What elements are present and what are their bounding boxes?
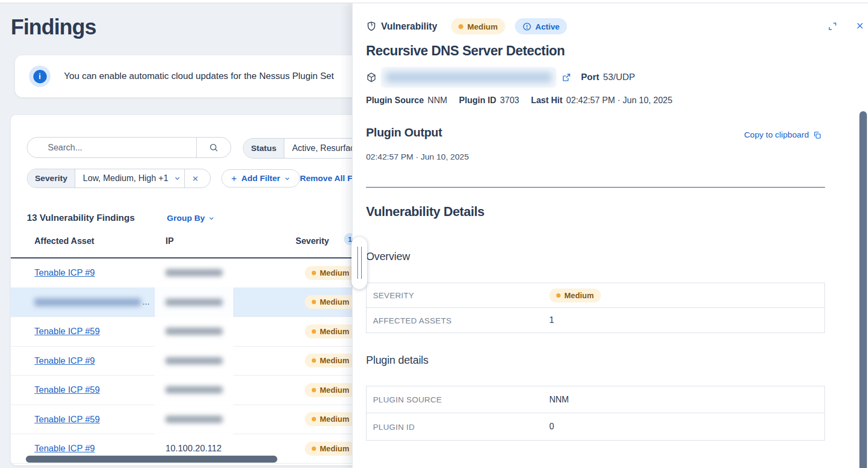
- severity-pill: Medium: [305, 354, 356, 368]
- asset-link[interactable]: Tenable ICP #59: [34, 385, 100, 395]
- panel-resize-handle[interactable]: [351, 237, 367, 289]
- port-label: Port: [581, 72, 599, 83]
- shield-icon: [366, 21, 377, 32]
- status-filter-label: Status: [243, 139, 284, 158]
- column-affected-asset[interactable]: Affected Asset: [34, 236, 94, 246]
- detail-value: 1: [549, 315, 554, 325]
- chevron-down-icon: [208, 215, 215, 222]
- external-link-icon[interactable]: [562, 73, 571, 82]
- vulnerability-details-heading: Vulnerability Details: [366, 204, 484, 219]
- redacted-asset-text: [34, 298, 141, 306]
- remove-severity-filter-icon[interactable]: [185, 175, 206, 182]
- asset-link[interactable]: Tenable ICP #59: [34, 414, 100, 424]
- chevron-down-icon: [284, 175, 291, 182]
- asset-link[interactable]: Tenable ICP #9: [34, 268, 95, 278]
- asset-cell: Tenable ICP #59: [34, 376, 100, 405]
- copy-to-clipboard-button[interactable]: Copy to clipboard: [744, 130, 822, 140]
- ip-cell: [166, 376, 223, 405]
- port-value: 53/UDP: [603, 72, 635, 83]
- detail-value: NNM: [549, 395, 569, 405]
- add-filter-button[interactable]: Add Filter: [221, 169, 300, 188]
- copy-icon: [813, 131, 822, 140]
- expand-panel-icon[interactable]: [828, 21, 838, 32]
- banner-text: You can enable automatic cloud updates f…: [64, 71, 334, 82]
- overview-table: SEVERITYMediumAFFECTED ASSETS1: [366, 283, 825, 333]
- ip-cell: [166, 347, 223, 376]
- detail-value: 0: [549, 422, 554, 431]
- severity-cell: Medium: [305, 258, 356, 287]
- detail-panel: Vulnerability Medium Active Recursive DN…: [352, 3, 868, 468]
- plugin-id-value: 3703: [500, 96, 519, 105]
- redacted-ip-text: [166, 328, 223, 335]
- ip-cell: [166, 317, 223, 346]
- detail-label: PLUGIN ID: [367, 422, 549, 431]
- findings-count: 13 Vulnerability Findings: [27, 213, 135, 224]
- severity-filter[interactable]: Severity Low, Medium, High +1: [27, 169, 211, 188]
- info-icon: [29, 66, 51, 87]
- ip-cell: [166, 258, 223, 287]
- plus-icon: [231, 175, 238, 182]
- severity-cell: Medium: [305, 347, 356, 376]
- ip-cell: 10.100.20.112: [166, 434, 221, 463]
- asset-link[interactable]: Tenable ICP #9: [34, 443, 95, 453]
- search-input[interactable]: [27, 138, 196, 157]
- column-severity[interactable]: Severity: [296, 236, 329, 246]
- detail-label: PLUGIN SOURCE: [367, 395, 549, 404]
- severity-pill: Medium: [305, 295, 356, 309]
- asset-link[interactable]: Tenable ICP #9: [34, 356, 95, 366]
- detail-row: AFFECTED ASSETS1: [367, 308, 824, 333]
- finding-type-label: Vulnerability: [381, 21, 437, 32]
- redacted-ip-text: [166, 357, 223, 364]
- status-badge: Active: [515, 18, 567, 34]
- page-title: Findings: [11, 15, 96, 39]
- top-strip: [0, 0, 868, 3]
- redacted-ip-text: [166, 299, 223, 306]
- asset-cell: Tenable ICP #9: [34, 347, 95, 376]
- redacted-ip-text: [166, 269, 223, 276]
- plugin-output-heading: Plugin Output: [366, 126, 442, 140]
- group-by-button[interactable]: Group By: [167, 213, 216, 223]
- detail-row: PLUGIN ID0: [367, 413, 824, 440]
- severity-cell: Medium: [305, 434, 356, 463]
- search-icon[interactable]: [196, 138, 231, 157]
- asset-cell: ...: [34, 288, 149, 317]
- asset-cell: Tenable ICP #59: [34, 405, 100, 434]
- asset-cube-icon: [366, 72, 377, 83]
- ip-cell: [166, 405, 223, 434]
- close-panel-icon[interactable]: [856, 21, 866, 32]
- remove-all-filters-link[interactable]: Remove All Filt: [300, 174, 360, 183]
- severity-pill: Medium: [305, 266, 356, 280]
- alert-circle-icon: [522, 22, 532, 31]
- column-ip[interactable]: IP: [166, 236, 174, 246]
- finding-title: Recursive DNS Server Detection: [366, 43, 565, 59]
- redacted-asset-name[interactable]: [381, 67, 556, 88]
- ip-cell: [166, 288, 223, 317]
- plugin-source-value: NNM: [428, 96, 447, 105]
- severity-filter-label: Severity: [27, 169, 75, 188]
- chevron-down-icon[interactable]: [174, 175, 181, 182]
- asset-link[interactable]: Tenable ICP #59: [34, 326, 100, 336]
- last-hit-value: 02:42:57 PM · Jun 10, 2025: [566, 96, 672, 105]
- severity-filter-value: Low, Medium, High +1: [75, 174, 174, 183]
- plugin-output-timestamp: 02:42:57 PM · Jun 10, 2025: [366, 152, 469, 162]
- severity-cell: Medium: [305, 376, 356, 405]
- severity-pill: Medium: [549, 289, 601, 303]
- severity-badge: Medium: [451, 18, 505, 34]
- redacted-ip-text: [166, 416, 223, 423]
- asset-cell: Tenable ICP #59: [34, 317, 100, 346]
- detail-label: SEVERITY: [367, 291, 549, 300]
- vertical-scrollbar[interactable]: [859, 111, 867, 468]
- detail-row: PLUGIN SOURCENNM: [367, 386, 824, 413]
- asset-cell: Tenable ICP #9: [34, 258, 95, 287]
- severity-cell: Medium: [305, 317, 356, 346]
- severity-pill: Medium: [305, 383, 356, 397]
- severity-cell: Medium: [305, 288, 356, 317]
- search-box: [27, 137, 231, 158]
- plugin-details-heading: Plugin details: [366, 354, 428, 366]
- finding-meta: Plugin SourceNNM Plugin ID3703 Last Hit0…: [366, 96, 672, 105]
- horizontal-scrollbar[interactable]: [26, 456, 277, 463]
- severity-pill: Medium: [305, 442, 356, 456]
- redacted-ip-text: [166, 386, 223, 393]
- severity-pill: Medium: [305, 325, 356, 339]
- detail-label: AFFECTED ASSETS: [367, 316, 549, 325]
